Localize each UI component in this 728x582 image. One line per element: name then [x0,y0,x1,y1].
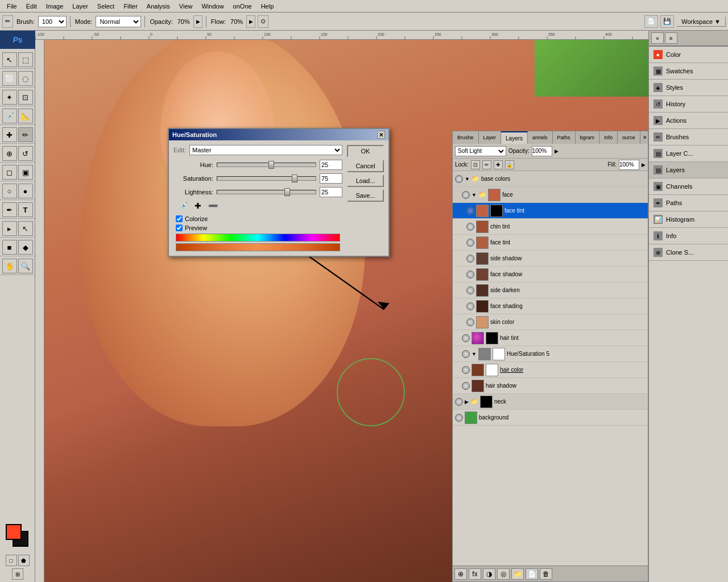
save-icon[interactable]: 💾 [660,15,674,28]
visibility-eye[interactable] [455,175,463,183]
menu-help[interactable]: Help [257,2,279,11]
menu-select[interactable]: Select [93,2,119,11]
menu-analysis[interactable]: Analysis [142,2,175,11]
right-panel-history[interactable]: ↺ History [649,96,728,113]
ok-button[interactable]: OK [347,145,384,157]
right-panel-info[interactable]: ℹ Info [649,228,728,244]
layer-mask-btn[interactable]: ◑ [483,568,495,580]
standard-mode[interactable]: □ [6,555,17,566]
saturation-slider[interactable] [217,176,316,181]
brush-tool[interactable]: ✏ [18,127,33,142]
layer-row-face-tint-2[interactable]: face tint [453,235,648,251]
dodge-tool[interactable]: ○ [2,184,17,198]
visibility-eye[interactable] [462,350,470,358]
save-button[interactable]: Save... [347,189,384,202]
burn-tool[interactable]: ● [18,184,33,198]
mode-select[interactable]: Normal [96,16,141,27]
marquee-tool[interactable]: ⬜ [2,71,17,86]
layer-row-side-darken[interactable]: side darken [453,282,648,298]
visibility-eye[interactable] [466,271,474,278]
shape-tool[interactable]: ■ [2,240,17,255]
hue-slider[interactable] [217,163,316,167]
lasso-tool[interactable]: ◌ [18,71,33,86]
opacity-arrow[interactable]: ▶ [193,15,202,28]
right-panel-styles[interactable]: ◈ Styles [649,80,728,96]
tab-info[interactable]: Info [599,131,618,144]
zoom-tool[interactable]: 🔍 [18,259,33,273]
type-tool[interactable]: T [18,202,33,217]
tab-channels[interactable]: annels [528,131,553,144]
visibility-eye[interactable] [466,255,474,263]
file-info-icon[interactable]: 📄 [644,15,658,28]
layer-row-chin-tint[interactable]: chin tint [453,219,648,235]
tab-histogram[interactable]: bgram [576,131,600,144]
brush-size-select[interactable]: 100 [38,16,67,27]
custom-shape-tool[interactable]: ◆ [18,240,33,255]
opacity-arrow[interactable]: ▶ [555,148,559,154]
fg-color[interactable] [6,524,22,540]
layer-row-base-colors[interactable]: ▼ 📁 base colors [453,171,648,187]
lock-transparent-btn[interactable]: ⊡ [471,160,480,169]
right-panel-clone[interactable]: ⊕ Clone S... [649,244,728,261]
visibility-eye[interactable] [462,366,470,374]
right-panel-layers[interactable]: ▤ Layers [649,162,728,178]
layer-row-neck[interactable]: ▶ 📁 neck [453,394,648,410]
gradient-tool[interactable]: ▣ [18,165,33,180]
fill-arrow[interactable]: ▶ [642,162,646,168]
tab-paths[interactable]: Paths [553,131,576,144]
menu-edit[interactable]: Edit [22,2,42,11]
tab-source[interactable]: ource [618,131,640,144]
visibility-eye[interactable] [466,223,474,231]
preview-checkbox[interactable] [176,225,183,231]
path-select-tool[interactable]: ▸ [2,221,17,236]
layer-row-hair-tint[interactable]: hair tint [453,330,648,346]
menu-image[interactable]: Image [42,2,68,11]
collapse-icon[interactable]: « [651,32,664,44]
color-swatches[interactable] [6,524,30,548]
new-group-btn[interactable]: 📁 [511,568,524,580]
quick-mask-mode[interactable]: ⬟ [18,555,30,566]
load-button[interactable]: Load... [347,174,384,187]
right-panel-paths[interactable]: ✒ Paths [649,195,728,211]
lock-image-btn[interactable]: ✏ [482,160,491,169]
hand-tool[interactable]: ✋ [2,259,17,273]
cancel-button[interactable]: Cancel [347,160,384,172]
delete-layer-btn[interactable]: 🗑 [540,568,552,580]
fill-input[interactable] [619,160,639,170]
right-panel-histogram[interactable]: 📊 Histogram [649,211,728,228]
edit-select[interactable]: Master [189,145,342,155]
layer-row-hair-color[interactable]: hair color [453,362,648,378]
pen-tool[interactable]: ✒ [2,202,17,217]
layer-row-face[interactable]: ▼ 📁 face [453,187,648,203]
new-layer-btn[interactable]: 📄 [526,568,538,580]
flow-arrow[interactable]: ▶ [246,15,255,28]
expand-icon[interactable]: ▼ [471,192,477,198]
menu-onone[interactable]: onOne [229,2,257,11]
visibility-eye[interactable] [466,318,474,326]
add-picker[interactable]: ✚ [193,201,203,211]
layer-row-face-shadow[interactable]: face shadow [453,267,648,282]
history-brush-tool[interactable]: ↺ [18,146,33,161]
blend-mode-select[interactable]: Soft Light [455,146,506,156]
stamp-tool[interactable]: ⊕ [2,146,17,161]
subtract-picker[interactable]: ➖ [208,201,218,211]
tab-brushes[interactable]: Brushe [453,131,479,144]
visibility-eye[interactable] [466,302,474,310]
screen-mode[interactable]: ⊞ [12,568,23,580]
expand-icon[interactable]: ▼ [471,351,477,357]
right-panel-actions[interactable]: ▶ Actions [649,113,728,129]
layer-row-hue-sat-5[interactable]: ▼ Hue/Saturation 5 [453,346,648,362]
crop-tool[interactable]: ⊡ [18,90,33,105]
layer-row-side-shadow[interactable]: side shadow [453,251,648,267]
lightness-input[interactable] [320,187,342,197]
menu-file[interactable]: File [2,2,22,11]
opacity-input[interactable] [532,146,552,156]
direct-select-tool[interactable]: ↖ [18,221,33,236]
layer-row-background[interactable]: background [453,410,648,426]
visibility-eye[interactable] [455,414,463,422]
right-panel-layer-comp[interactable]: ▤ Layer C... [649,146,728,162]
layer-row-face-shading[interactable]: face shading [453,298,648,314]
eyedropper-tool[interactable]: 💉 [2,109,17,123]
tab-layer[interactable]: Layer [479,131,502,144]
tab-layers[interactable]: Layers [501,131,528,144]
